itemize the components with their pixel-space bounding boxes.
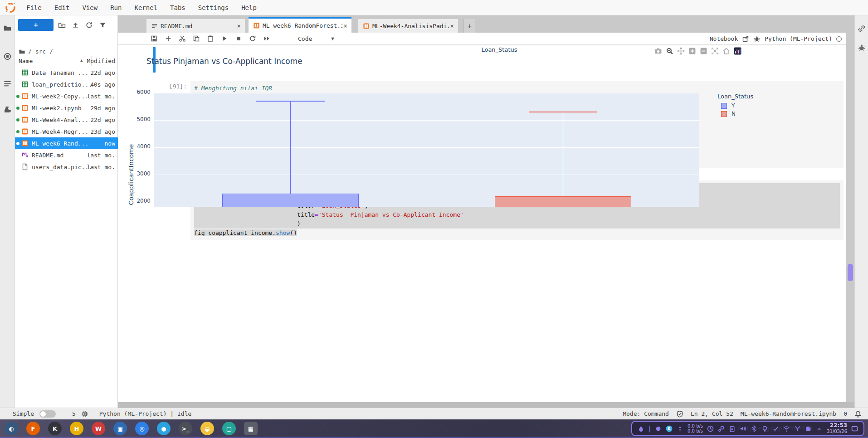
paste-button[interactable]	[207, 35, 214, 42]
close-icon[interactable]: ×	[342, 22, 349, 29]
honey-app-icon[interactable]: H	[70, 422, 83, 435]
menu-settings[interactable]: Settings	[192, 4, 235, 11]
extensions-icon[interactable]	[3, 105, 12, 114]
menu-run[interactable]: Run	[104, 4, 128, 11]
vertical-scrollbar[interactable]	[846, 33, 854, 402]
legend-item-y[interactable]: Y	[721, 102, 753, 109]
box-whisker-y[interactable]	[290, 101, 291, 194]
file-row[interactable]: ML-week2.ipynb29d ago	[15, 102, 118, 114]
status-dot-icon[interactable]	[655, 425, 662, 432]
terminal-icon[interactable]: >_	[179, 422, 192, 435]
menu-file[interactable]: File	[20, 4, 48, 11]
network-speed[interactable]: 0.0 b/s0.0 b/s	[688, 423, 703, 433]
clipboard-icon[interactable]	[729, 425, 736, 432]
close-icon[interactable]: ×	[449, 22, 455, 29]
kernel-name[interactable]: Python (ML-Project)	[765, 35, 832, 42]
mode-indicator[interactable]: Mode: Command	[623, 410, 669, 417]
screen-recorder-icon[interactable]: ▢	[222, 422, 236, 435]
refresh-icon[interactable]	[85, 21, 93, 29]
scrollbar-thumb[interactable]	[848, 264, 853, 281]
keybase-icon[interactable]: K	[48, 422, 62, 435]
file-row[interactable]: ML-Week4-Anal...22d ago	[15, 114, 118, 126]
camera-icon[interactable]	[654, 47, 662, 55]
web-browser-icon[interactable]: ◎	[135, 422, 149, 435]
filter-icon[interactable]	[99, 21, 107, 29]
box-y[interactable]	[222, 194, 359, 207]
run-all-button[interactable]	[263, 35, 270, 42]
pan-icon[interactable]	[677, 47, 685, 55]
box-whisker-n[interactable]	[563, 112, 564, 196]
legend-item-n[interactable]: N	[721, 111, 753, 117]
horizontal-scrollbar[interactable]	[118, 402, 854, 408]
bell-icon[interactable]	[854, 410, 862, 418]
open-external-icon[interactable]	[742, 35, 749, 43]
autoscale-icon[interactable]	[711, 47, 719, 55]
egg-app-icon[interactable]: ◒	[200, 422, 214, 435]
steam-icon[interactable]	[718, 425, 725, 432]
kernel-status-text[interactable]: Python (ML-Project) | Idle	[99, 410, 192, 417]
close-icon[interactable]: ×	[236, 22, 242, 29]
package-icon[interactable]	[805, 425, 812, 432]
menu-kernel[interactable]: Kernel	[128, 4, 164, 11]
run-button[interactable]	[221, 35, 228, 42]
volume-icon[interactable]	[740, 425, 746, 432]
stop-button[interactable]	[235, 35, 242, 42]
file-row[interactable]: ML-Week4-Regr...23d ago	[15, 126, 118, 137]
menu-tabs[interactable]: Tabs	[164, 4, 192, 11]
copy-button[interactable]	[193, 35, 200, 42]
updates-check-icon[interactable]	[772, 425, 779, 432]
new-folder-icon[interactable]	[58, 21, 66, 29]
notification-count[interactable]: 0	[844, 410, 847, 417]
file-row[interactable]: Data_Tanaman_...22d ago	[15, 67, 118, 78]
app-grid-icon[interactable]: ▦	[244, 422, 258, 435]
expand-caret-icon[interactable]	[816, 425, 823, 432]
menu-view[interactable]: View	[76, 4, 104, 11]
wifi-icon[interactable]	[783, 425, 790, 432]
zoom-icon[interactable]	[666, 47, 673, 55]
tab-readme-md[interactable]: README.md×	[146, 19, 245, 33]
zoom-out-icon[interactable]	[700, 47, 707, 55]
clock-widget[interactable]: 22:5331/03/26	[827, 423, 847, 434]
drawing-app-icon[interactable]: ◐	[5, 422, 18, 435]
file-row[interactable]: users_data.pic...last mo.	[15, 161, 118, 173]
y-tool-icon[interactable]	[794, 425, 801, 432]
trust-shield-icon[interactable]	[676, 410, 683, 418]
network-arrows-icon[interactable]	[677, 425, 683, 432]
save-button[interactable]	[151, 35, 158, 42]
cut-button[interactable]	[179, 35, 186, 42]
file-row[interactable]: README.mdlast mo.	[15, 149, 118, 161]
insert-cell-button[interactable]	[165, 35, 172, 42]
plotly-logo-icon[interactable]	[734, 47, 741, 55]
debugger-bug-icon[interactable]	[753, 35, 761, 43]
debugger-bug-icon[interactable]	[858, 44, 866, 52]
tab-ml-week6-randomforest-i[interactable]: ML-week6-RandomForest.i×	[249, 17, 351, 33]
file-list-header[interactable]: Name ▲ Modified	[15, 56, 118, 66]
upload-icon[interactable]	[72, 21, 79, 29]
file-row[interactable]: ML-week6-Rand...now	[15, 137, 118, 149]
cursor-position[interactable]: Ln 2, Col 52	[691, 410, 733, 417]
kernel-busy-count[interactable]: 5	[72, 410, 76, 417]
simple-mode-toggle[interactable]	[39, 410, 56, 418]
reset-axes-icon[interactable]	[722, 47, 730, 55]
firefox-icon[interactable]: F	[26, 422, 40, 435]
tab-ml-week4-analisispadi-ip[interactable]: ML-Week4-AnalisisPadi.ip×	[358, 19, 458, 33]
kernel-status-icon[interactable]	[836, 36, 842, 42]
property-inspector-gears-icon[interactable]	[858, 24, 866, 33]
zoom-in-icon[interactable]	[688, 47, 696, 55]
new-launcher-button[interactable]: +	[18, 19, 54, 31]
file-browser-icon[interactable]	[3, 24, 12, 32]
show-desktop-icon[interactable]	[851, 425, 858, 432]
table-of-contents-icon[interactable]	[3, 79, 12, 88]
water-drop-icon[interactable]	[638, 425, 644, 432]
cell-type-dropdown[interactable]: Code	[298, 35, 312, 42]
blue-ball-app-icon[interactable]: ●	[157, 422, 171, 435]
menu-help[interactable]: Help	[235, 4, 263, 11]
menu-edit[interactable]: Edit	[48, 4, 76, 11]
kde-launcher-icon[interactable]: K	[666, 425, 673, 432]
wps-office-icon[interactable]: W	[92, 422, 105, 435]
file-row[interactable]: ML-week2-Copy...last mo.	[15, 90, 118, 102]
file-row[interactable]: loan_predictio...40s ago	[15, 78, 118, 90]
night-light-icon[interactable]	[761, 425, 768, 432]
chevron-down-icon[interactable]: ▼	[331, 36, 334, 42]
restart-button[interactable]	[249, 35, 256, 42]
